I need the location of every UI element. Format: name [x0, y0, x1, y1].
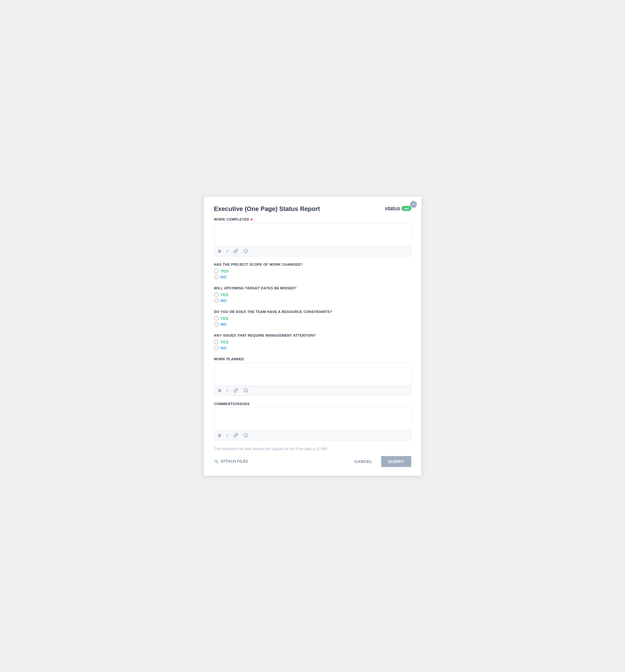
- question-dates-missed: WILL UPCOMING TARGET DATES BE MISSED? YE…: [214, 286, 411, 303]
- work-completed-toolbar: B I: [214, 246, 411, 256]
- comments-input[interactable]: [214, 408, 411, 429]
- comments-bold-btn[interactable]: B: [217, 432, 222, 438]
- scope-no-label: NO: [221, 275, 227, 279]
- action-buttons-group: CANCEL SUBMIT: [351, 456, 411, 467]
- brand-text: status: [385, 205, 401, 212]
- form-actions: 📎 ATTACH FILES CANCEL SUBMIT: [214, 456, 411, 467]
- brand-badge: net: [402, 206, 411, 211]
- brand-logo: status net: [385, 205, 411, 212]
- modal-header: Executive (One Page) Status Report statu…: [214, 205, 411, 213]
- management-no-option[interactable]: NO: [214, 346, 411, 350]
- question-resource-constraints: DO YOU OR DOES THE TEAM HAVE A RESOURCE …: [214, 310, 411, 327]
- management-no-radio[interactable]: [214, 346, 218, 350]
- resource-yes-option[interactable]: YES: [214, 316, 411, 321]
- work-completed-link-btn[interactable]: [233, 248, 239, 254]
- question-resource-label: DO YOU OR DOES THE TEAM HAVE A RESOURCE …: [214, 310, 411, 314]
- scope-yes-radio[interactable]: [214, 269, 218, 273]
- work-planned-italic-btn[interactable]: I: [226, 388, 229, 393]
- svg-point-6: [244, 433, 248, 437]
- dates-missed-radio-group: YES NO: [214, 292, 411, 303]
- dates-no-label: NO: [221, 298, 227, 303]
- dates-yes-radio[interactable]: [214, 292, 218, 297]
- scope-changed-radio-group: YES NO: [214, 269, 411, 279]
- paperclip-icon: 📎: [214, 459, 219, 463]
- work-completed-input[interactable]: [214, 224, 411, 245]
- resource-no-option[interactable]: NO: [214, 322, 411, 327]
- work-completed-emoji-btn[interactable]: [243, 248, 249, 254]
- modal-title: Executive (One Page) Status Report: [214, 205, 320, 213]
- submit-button[interactable]: SUBMIT: [381, 456, 411, 467]
- resource-yes-label: YES: [221, 316, 229, 321]
- work-planned-link-btn[interactable]: [233, 388, 239, 393]
- form-footer: The maximum file size allowed per upload…: [214, 447, 411, 467]
- scope-yes-label: YES: [221, 269, 229, 273]
- comments-link-btn[interactable]: [233, 432, 239, 438]
- resource-no-radio[interactable]: [214, 322, 218, 326]
- comments-emoji-btn[interactable]: [243, 432, 249, 438]
- dates-yes-option[interactable]: YES: [214, 292, 411, 297]
- dates-no-option[interactable]: NO: [214, 298, 411, 303]
- question-dates-label: WILL UPCOMING TARGET DATES BE MISSED?: [214, 286, 411, 290]
- svg-point-0: [244, 249, 248, 253]
- close-button[interactable]: ×: [410, 201, 417, 208]
- work-planned-label: WORK PLANNED: [214, 357, 411, 361]
- attach-label: ATTACH FILES: [221, 459, 248, 463]
- resource-no-label: NO: [221, 322, 227, 327]
- attach-files-button[interactable]: 📎 ATTACH FILES: [214, 459, 248, 463]
- comments-editor: B I: [214, 408, 411, 440]
- scope-yes-option[interactable]: YES: [214, 269, 411, 273]
- management-radio-group: YES NO: [214, 340, 411, 350]
- comments-italic-btn[interactable]: I: [226, 432, 229, 438]
- modal-container: Executive (One Page) Status Report statu…: [204, 196, 422, 476]
- question-scope-label: HAS THE PROJECT SCOPE OF WORK CHANGED?: [214, 263, 411, 266]
- work-planned-bold-btn[interactable]: B: [217, 388, 222, 393]
- comments-toolbar: B I: [214, 430, 411, 440]
- modal-title-block: Executive (One Page) Status Report: [214, 205, 320, 213]
- work-completed-italic-btn[interactable]: I: [226, 248, 229, 254]
- management-no-label: NO: [221, 346, 227, 350]
- file-size-note: The maximum file size allowed per upload…: [214, 447, 411, 451]
- question-management-attention: ANY ISSUES THAT REQUIRE MANAGEMENT ATTEN…: [214, 334, 411, 350]
- work-completed-editor: B I: [214, 223, 411, 256]
- question-management-label: ANY ISSUES THAT REQUIRE MANAGEMENT ATTEN…: [214, 334, 411, 337]
- cancel-button[interactable]: CANCEL: [351, 457, 376, 466]
- management-yes-radio[interactable]: [214, 340, 218, 344]
- work-planned-emoji-btn[interactable]: [243, 388, 249, 393]
- scope-no-option[interactable]: NO: [214, 275, 411, 279]
- management-yes-label: YES: [221, 340, 229, 344]
- work-completed-label: WORK COMPLETED★: [214, 217, 411, 221]
- work-planned-toolbar: B I: [214, 385, 411, 395]
- management-yes-option[interactable]: YES: [214, 340, 411, 344]
- work-planned-editor: B I: [214, 363, 411, 396]
- resource-radio-group: YES NO: [214, 316, 411, 327]
- question-scope-changed: HAS THE PROJECT SCOPE OF WORK CHANGED? Y…: [214, 263, 411, 279]
- dates-no-radio[interactable]: [214, 298, 218, 303]
- resource-yes-radio[interactable]: [214, 316, 218, 320]
- scope-no-radio[interactable]: [214, 275, 218, 279]
- dates-yes-label: YES: [221, 292, 229, 297]
- required-star: ★: [250, 217, 254, 221]
- svg-point-3: [244, 389, 248, 392]
- work-completed-bold-btn[interactable]: B: [217, 248, 222, 254]
- work-planned-input[interactable]: [214, 363, 411, 384]
- comments-label: COMMENTS/ISSUES: [214, 402, 411, 406]
